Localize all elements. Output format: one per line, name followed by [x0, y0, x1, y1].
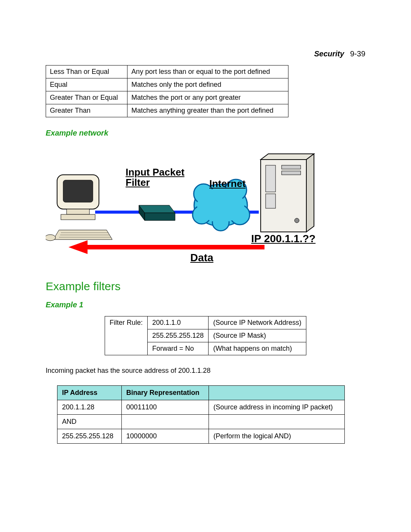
col-empty [209, 386, 344, 400]
page-content: Security 9-39 Less Than or Equal Any por… [0, 0, 411, 482]
bin-cell: 00011100 [121, 400, 209, 415]
col-ip-address: IP Address [57, 386, 122, 400]
note-cell [209, 415, 344, 429]
svg-point-23 [197, 188, 244, 222]
svg-rect-6 [63, 180, 93, 202]
computer-icon [46, 175, 112, 241]
op-cell: Less Than or Equal [46, 66, 127, 78]
svg-rect-7 [67, 209, 89, 214]
desc-cell: Matches anything greater than the port d… [127, 104, 288, 117]
svg-marker-15 [145, 213, 175, 220]
filter-rule-table: Filter Rule: 200.1.1.0 (Source IP Networ… [105, 316, 306, 355]
svg-marker-9 [53, 230, 112, 240]
desc-cell: Matches the port or any port greater [127, 91, 288, 104]
svg-rect-8 [61, 214, 95, 220]
label-ip-address: IP 200.1.1.?? [251, 233, 315, 245]
binary-representation-table: IP Address Binary Representation 200.1.1… [57, 385, 345, 444]
label-input-packet-filter: Input Packet Filter [126, 167, 185, 188]
svg-point-13 [46, 235, 56, 241]
filter-rule-value: 200.1.1.0 [148, 316, 209, 329]
server-icon [261, 154, 314, 232]
subheading-example-network: Example network [46, 129, 365, 137]
router-icon [139, 205, 175, 220]
incoming-packet-text: Incoming packet has the source address o… [46, 367, 365, 375]
svg-marker-26 [306, 154, 314, 232]
svg-marker-4 [68, 240, 88, 254]
svg-marker-14 [139, 205, 175, 213]
svg-point-31 [295, 218, 299, 223]
table-row: Greater Than or Equal Matches the port o… [46, 91, 288, 104]
table-row: 255.255.255.128 10000000 (Perform the lo… [57, 429, 345, 444]
port-operator-table: Less Than or Equal Any port less than or… [46, 65, 288, 117]
bin-cell: 10000000 [121, 429, 209, 444]
page-header: Security 9-39 [46, 50, 365, 58]
header-section: Security [314, 50, 344, 58]
bin-cell [121, 415, 209, 429]
filter-rule-note: (Source IP Network Address) [209, 316, 306, 329]
note-cell: (Source address in incoming IP packet) [209, 400, 344, 415]
svg-rect-28 [266, 194, 276, 208]
network-diagram: Input Packet Filter Internet IP 200.1.1.… [46, 144, 350, 274]
desc-cell: Matches only the port defined [127, 78, 288, 91]
col-binary-rep: Binary Representation [121, 386, 209, 400]
table-row: Less Than or Equal Any port less than or… [46, 66, 288, 78]
svg-rect-29 [282, 165, 301, 169]
svg-rect-27 [266, 165, 276, 192]
ip-cell: AND [57, 415, 122, 429]
label-data: Data [190, 252, 213, 264]
filter-rule-note: (What happens on match) [209, 342, 306, 355]
filter-rule-value: Forward = No [148, 342, 209, 355]
svg-marker-25 [261, 154, 314, 160]
table-row: Greater Than Matches anything greater th… [46, 104, 288, 117]
table-row: Equal Matches only the port defined [46, 78, 288, 91]
ip-cell: 255.255.255.128 [57, 429, 122, 444]
table-row: 200.1.1.28 00011100 (Source address in i… [57, 400, 345, 415]
table-row: Filter Rule: 200.1.1.0 (Source IP Networ… [105, 316, 306, 329]
header-page-number: 9-39 [350, 50, 365, 58]
desc-cell: Any port less than or equal to the port … [127, 66, 288, 78]
note-cell: (Perform the logical AND) [209, 429, 344, 444]
ip-cell: 200.1.1.28 [57, 400, 122, 415]
filter-rule-note: (Source IP Mask) [209, 329, 306, 342]
op-cell: Greater Than [46, 104, 127, 117]
op-cell: Greater Than or Equal [46, 91, 127, 104]
filter-rule-value: 255.255.255.128 [148, 329, 209, 342]
svg-rect-30 [282, 171, 301, 175]
table-row: AND [57, 415, 345, 429]
heading-example-filters: Example filters [46, 280, 365, 293]
subheading-example-1: Example 1 [46, 300, 365, 309]
table-header-row: IP Address Binary Representation [57, 386, 345, 400]
label-internet: Internet [209, 178, 245, 190]
filter-rule-label: Filter Rule: [105, 316, 148, 355]
op-cell: Equal [46, 78, 127, 91]
